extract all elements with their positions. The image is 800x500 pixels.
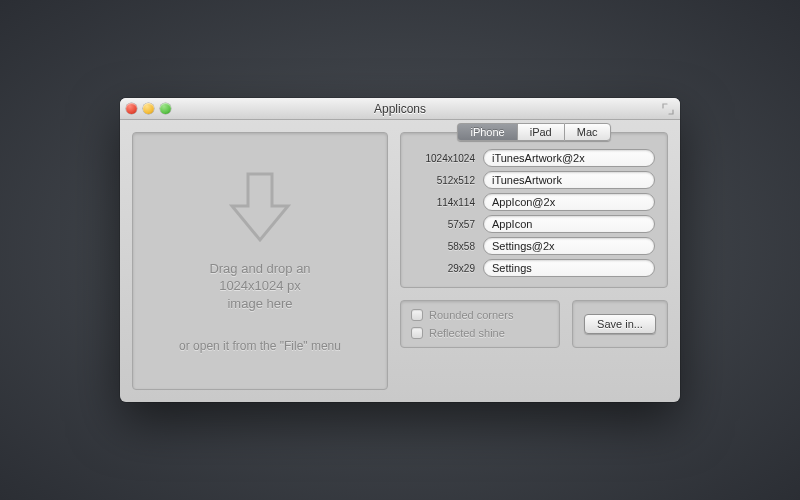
reflected-shine-input[interactable] <box>411 327 423 339</box>
icon-row: 57x57 <box>413 215 655 233</box>
icon-name-field[interactable] <box>483 259 655 277</box>
icon-name-field[interactable] <box>483 149 655 167</box>
window-title: Applicons <box>120 102 680 116</box>
dropzone-text: Drag and drop an 1024x1024 px image here <box>209 260 310 313</box>
icon-name-field[interactable] <box>483 171 655 189</box>
app-window: Applicons Drag and drop an 1024x1024 px … <box>120 98 680 402</box>
icon-dimension-label: 1024x1024 <box>413 153 475 164</box>
save-in-button[interactable]: Save in... <box>584 314 656 334</box>
titlebar[interactable]: Applicons <box>120 98 680 120</box>
options-panel: Rounded corners Reflected shine <box>400 300 560 348</box>
icon-row: 1024x1024 <box>413 149 655 167</box>
rounded-corners-input[interactable] <box>411 309 423 321</box>
icon-dimension-label: 58x58 <box>413 241 475 252</box>
tab-ipad[interactable]: iPad <box>517 123 564 141</box>
right-panel: iPhone iPad Mac 1024x1024 512x512 114x11… <box>400 132 668 390</box>
fullscreen-icon[interactable] <box>662 103 674 115</box>
rounded-corners-checkbox[interactable]: Rounded corners <box>411 309 549 321</box>
icon-config-panel: iPhone iPad Mac 1024x1024 512x512 114x11… <box>400 132 668 288</box>
icon-dimension-label: 114x114 <box>413 197 475 208</box>
icon-dimension-label: 29x29 <box>413 263 475 274</box>
device-tabs: iPhone iPad Mac <box>457 123 610 141</box>
icon-name-field[interactable] <box>483 237 655 255</box>
rounded-corners-label: Rounded corners <box>429 309 513 321</box>
window-content: Drag and drop an 1024x1024 px image here… <box>120 120 680 402</box>
icon-dimension-label: 57x57 <box>413 219 475 230</box>
down-arrow-icon <box>225 168 295 248</box>
reflected-shine-label: Reflected shine <box>429 327 505 339</box>
image-dropzone[interactable]: Drag and drop an 1024x1024 px image here… <box>132 132 388 390</box>
icon-dimension-label: 512x512 <box>413 175 475 186</box>
tab-iphone[interactable]: iPhone <box>457 123 516 141</box>
icon-row: 512x512 <box>413 171 655 189</box>
dropzone-hint: or open it from the "File" menu <box>179 338 341 354</box>
icon-rows: 1024x1024 512x512 114x114 57x57 <box>413 149 655 277</box>
icon-row: 58x58 <box>413 237 655 255</box>
reflected-shine-checkbox[interactable]: Reflected shine <box>411 327 549 339</box>
bottom-panel: Rounded corners Reflected shine Save in.… <box>400 300 668 348</box>
tab-mac[interactable]: Mac <box>564 123 611 141</box>
icon-row: 114x114 <box>413 193 655 211</box>
icon-row: 29x29 <box>413 259 655 277</box>
icon-name-field[interactable] <box>483 215 655 233</box>
save-panel: Save in... <box>572 300 668 348</box>
icon-name-field[interactable] <box>483 193 655 211</box>
